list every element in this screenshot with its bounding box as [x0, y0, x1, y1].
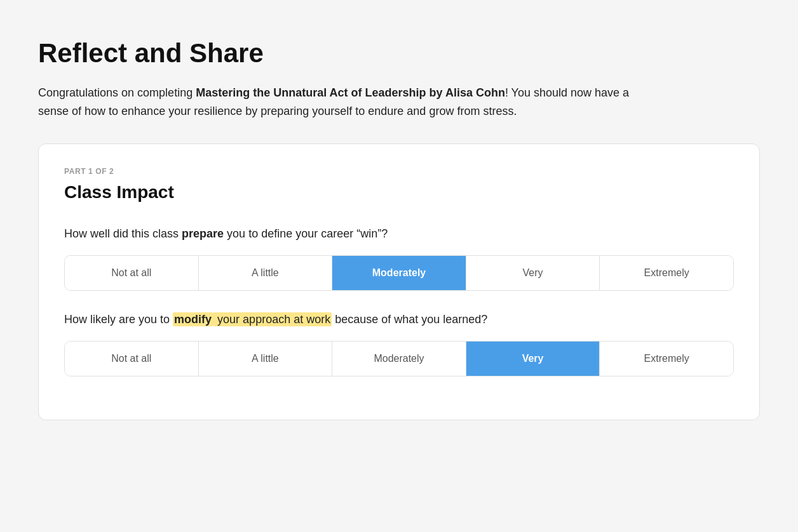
intro-bold: Mastering the Unnatural Act of Leadershi… [196, 86, 505, 99]
part-label: PART 1 OF 2 [64, 167, 734, 176]
q1-option-not-at-all[interactable]: Not at all [65, 256, 199, 290]
q1-option-very[interactable]: Very [466, 256, 600, 290]
question-2-block: How likely are you to modify your approa… [64, 311, 734, 376]
question-1-block: How well did this class prepare you to d… [64, 225, 734, 291]
q2-bold: modify [173, 312, 213, 326]
reflect-card: PART 1 OF 2 Class Impact How well did th… [38, 143, 760, 420]
q2-option-moderately[interactable]: Moderately [332, 342, 466, 376]
q1-bold: prepare [182, 227, 224, 240]
card-title: Class Impact [64, 182, 734, 203]
q2-option-very[interactable]: Very [466, 342, 600, 376]
q2-option-not-at-all[interactable]: Not at all [65, 342, 199, 376]
q2-highlight: your approach at work [213, 312, 332, 326]
q2-option-a-little[interactable]: A little [199, 342, 333, 376]
q1-suffix: you to define your career “win”? [224, 227, 388, 240]
q2-highlight-bold: modify [173, 312, 213, 326]
q1-option-a-little[interactable]: A little [199, 256, 333, 290]
page-title: Reflect and Share [38, 38, 760, 69]
question-2-options: Not at all A little Moderately Very Extr… [64, 341, 734, 376]
question-2-text: How likely are you to modify your approa… [64, 311, 734, 328]
q2-suffix: because of what you learned? [332, 313, 487, 326]
q1-option-moderately[interactable]: Moderately [332, 256, 466, 290]
q2-option-extremely[interactable]: Extremely [600, 342, 733, 376]
q1-option-extremely[interactable]: Extremely [600, 256, 733, 290]
q1-prefix: How well did this class [64, 227, 182, 240]
intro-paragraph: Congratulations on completing Mastering … [38, 84, 661, 121]
question-1-options: Not at all A little Moderately Very Extr… [64, 255, 734, 291]
question-1-text: How well did this class prepare you to d… [64, 225, 734, 243]
q2-prefix: How likely are you to [64, 313, 173, 326]
intro-prefix: Congratulations on completing [38, 86, 196, 99]
